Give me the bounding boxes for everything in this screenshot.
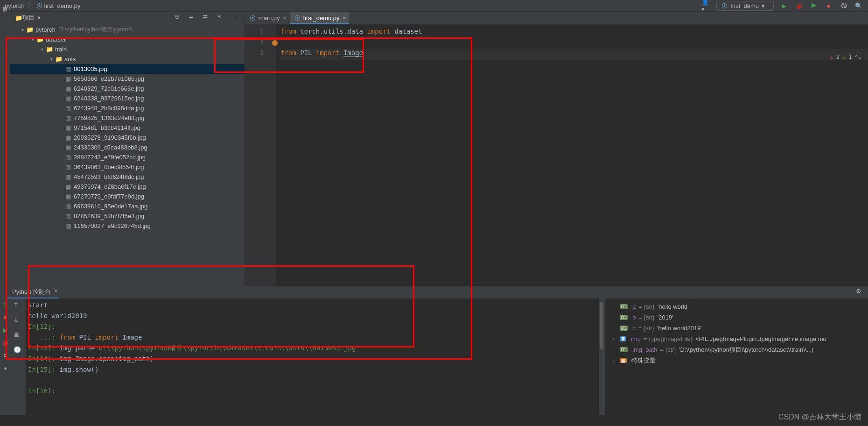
tree-root[interactable]: ▾ 📁 pytorch D:\python\python项目\pytorch: [10, 25, 245, 35]
console-line: hello world2019: [28, 312, 599, 323]
inspection-badges[interactable]: ⚠2 ⚠1 ⌃⌄: [830, 54, 861, 60]
tree-file[interactable]: ▦6240329_72c01e663e.jpg: [10, 84, 245, 93]
image-file-icon: ▦: [64, 134, 72, 141]
console-line: In[12]:: [28, 323, 599, 334]
tree-file[interactable]: ▦67270775_e9fdf77e9d.jpg: [10, 192, 245, 201]
user-icon[interactable]: 👤▾: [701, 1, 711, 10]
debug-icon[interactable]: 🐞: [1, 339, 9, 346]
rerun-icon[interactable]: ↻: [3, 301, 8, 308]
hide-icon[interactable]: —: [231, 13, 240, 22]
search-icon[interactable]: 🔍: [854, 1, 863, 10]
tree-file[interactable]: ▦45472593_bfd624f8dc.jpg: [10, 172, 245, 182]
image-file-icon: ▦: [64, 105, 72, 112]
image-file-icon: ▦: [64, 163, 72, 170]
git-icon[interactable]: 🗘: [839, 1, 848, 10]
tree-file[interactable]: ▦5650366_e22b7e1065.jpg: [10, 74, 245, 84]
console-prompt-current[interactable]: In[16]:: [28, 387, 599, 398]
tree-file[interactable]: ▦6743948_2b8c096dda.jpg: [10, 103, 245, 113]
target-icon[interactable]: ⊕: [175, 13, 184, 22]
tree-file[interactable]: ▦69639610_95e0de17aa.jpg: [10, 201, 245, 211]
image-file-icon: ▦: [64, 213, 72, 220]
tree-file[interactable]: ▦7759525_1363d24e88.jpg: [10, 113, 245, 123]
warn-icon[interactable]: ⚠: [842, 54, 846, 60]
console-line: ...: from PIL import Image: [28, 334, 599, 344]
expand-icon[interactable]: ≑: [189, 13, 198, 22]
settings-icon[interactable]: ¤: [3, 352, 7, 359]
close-icon[interactable]: ×: [283, 14, 287, 21]
breadcrumb-bar: pytorch 〉 ⦿ first_demo.py 👤▾ ⦿first_demo…: [0, 0, 868, 11]
image-file-icon: ▦: [64, 173, 72, 180]
console-output[interactable]: start hello world2019 In[12]: ...: from …: [26, 298, 599, 415]
chevron-down-icon[interactable]: ▾: [29, 37, 36, 42]
console-tab-python[interactable]: Python 控制台 ×: [7, 286, 59, 298]
code-lines[interactable]: from torch.utils.data import dataset fro…: [276, 25, 868, 286]
debug-icon[interactable]: 🐞: [794, 1, 804, 10]
tree-file[interactable]: ▦28847243_e79fe052cd.jpg: [10, 152, 245, 162]
tree-item-ants[interactable]: ▾ 📁 ants: [10, 54, 245, 64]
gear-icon[interactable]: ✶: [217, 13, 226, 22]
var-row[interactable]: 01img_path = {str} 'D:\\python\\python项目…: [606, 344, 867, 355]
run-icon[interactable]: ▶: [779, 1, 789, 10]
breadcrumb-root[interactable]: pytorch: [5, 2, 25, 9]
tree-file[interactable]: ▦49375974_e28ba6f17e.jpg: [10, 182, 245, 192]
tree-file[interactable]: ▦36439863_0bec9f554f.jpg: [10, 162, 245, 172]
tree-file[interactable]: ▦0013035.jpg: [10, 64, 245, 74]
stop-icon[interactable]: ■: [3, 314, 7, 321]
history-icon[interactable]: 🕓: [14, 346, 23, 355]
tree-file[interactable]: ▦82852639_52b7f7f5e3.jpg: [10, 211, 245, 221]
project-panel: 📁 项目 ▼ ⊕ ≑ ⇄ ✶ — ▾ 📁 pytorch D:\python\p…: [10, 12, 245, 286]
console-line: In[13]: img_path='D:\\python\\python项目\\…: [28, 344, 599, 355]
editor-region: ⦿ main.py × ⦿ first_demo.py × 1 2 3 from…: [245, 12, 868, 286]
python-file-icon: ⦿: [250, 14, 256, 21]
image-file-icon: ▦: [64, 95, 72, 102]
image-file-icon: ▦: [64, 65, 72, 72]
chevron-down-icon[interactable]: ▾: [48, 57, 55, 62]
console-line: start: [28, 301, 599, 312]
var-row[interactable]: ›≣img = {JpegImageFile} <PIL.JpegImagePl…: [606, 334, 867, 344]
editor-tabs: ⦿ main.py × ⦿ first_demo.py ×: [245, 12, 868, 25]
image-file-icon: ▦: [64, 114, 72, 121]
scroll-down-icon[interactable]: ⇊: [14, 316, 23, 326]
image-file-icon: ▦: [64, 193, 72, 200]
editor-tab-main[interactable]: ⦿ main.py ×: [245, 12, 289, 24]
gear-icon[interactable]: ⚙: [856, 288, 865, 297]
chevron-updown-icon[interactable]: ⌃⌄: [855, 54, 861, 60]
chevron-down-icon[interactable]: ▾: [38, 47, 46, 52]
project-tree[interactable]: ▾ 📁 pytorch D:\python\python项目\pytorch ▾…: [10, 24, 245, 286]
project-panel-title: 项目: [22, 14, 35, 22]
add-icon[interactable]: ＋: [2, 364, 8, 373]
tree-item-train[interactable]: ▾ 📁 train: [10, 44, 245, 54]
error-icon[interactable]: ⚠: [830, 54, 833, 60]
editor-tab-firstdemo[interactable]: ⦿ first_demo.py ×: [290, 12, 349, 24]
variables-panel[interactable]: 01a = {str} 'hello world' 01b = {str} '2…: [604, 298, 868, 415]
fold-column[interactable]: [267, 25, 276, 286]
breadcrumb-file[interactable]: ⦿ first_demo.py: [36, 2, 81, 9]
gutter: 1 2 3: [245, 25, 267, 286]
tree-file[interactable]: ▦6240338_93729615ec.jpg: [10, 93, 245, 103]
close-icon[interactable]: ×: [343, 14, 346, 21]
code-editor[interactable]: 1 2 3 from torch.utils.data import datas…: [245, 25, 868, 286]
run-config-selector[interactable]: ⦿first_demo ▾: [716, 1, 774, 11]
close-icon[interactable]: ×: [54, 288, 57, 294]
var-row[interactable]: 01a = {str} 'hello world': [606, 301, 867, 312]
run-icon[interactable]: ▶: [3, 327, 7, 334]
var-row[interactable]: 01b = {str} '2019': [606, 312, 867, 323]
tree-file[interactable]: ▦20935278_9190345f6b.jpg: [10, 133, 245, 142]
chevron-down-icon[interactable]: ▾: [19, 27, 26, 32]
run-tests-icon[interactable]: ⯈: [809, 1, 819, 10]
var-row-special[interactable]: ›▦特殊变量: [606, 355, 867, 366]
console-scrollbar[interactable]: [599, 298, 604, 415]
scroll-up-icon[interactable]: ⇈: [14, 301, 23, 311]
python-file-icon: ⦿: [294, 14, 301, 21]
image-file-icon: ▦: [64, 85, 72, 92]
tree-file[interactable]: ▦24335309_c5ea483bb8.jpg: [10, 142, 245, 152]
chevron-down-icon[interactable]: ▼: [36, 15, 42, 21]
stop-icon[interactable]: ■: [824, 1, 833, 10]
collapse-icon[interactable]: ⇄: [203, 13, 212, 22]
watermark: CSDN @吉林大学王小懒: [778, 412, 861, 422]
tree-file[interactable]: ▦9715481_b3cb4114ff.jpg: [10, 123, 245, 133]
tree-file[interactable]: ▦116570827_e9c126745d.jpg: [10, 221, 245, 231]
tree-item-dataset[interactable]: ▾ 📁 dataset: [10, 35, 245, 44]
var-row[interactable]: 01c = {str} 'hello world2019': [606, 323, 867, 334]
print-icon[interactable]: 🖶: [14, 331, 23, 341]
